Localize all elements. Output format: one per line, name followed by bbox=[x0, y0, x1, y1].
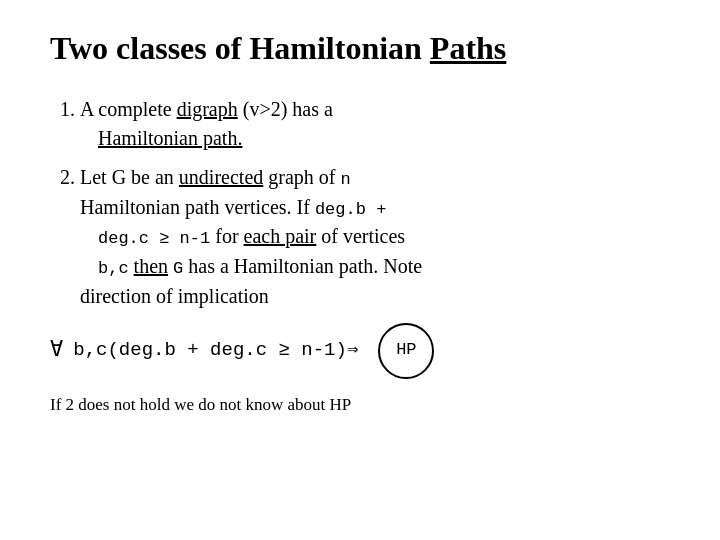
item2-degb: deg.b + bbox=[315, 200, 386, 219]
item2-has: has a Hamiltonian path. Note bbox=[183, 255, 422, 277]
slide-title: Two classes of Hamiltonian Paths bbox=[50, 30, 670, 67]
item1-hampath: Hamiltonian path. bbox=[98, 127, 242, 149]
item2-vertices-line: Hamiltonian path vertices. If bbox=[80, 196, 315, 218]
title-prefix: Two classes of Hamiltonian bbox=[50, 30, 430, 66]
item2-each-pair: each pair bbox=[244, 225, 317, 247]
item2-graph-of: graph of bbox=[263, 166, 340, 188]
formula-text: b,c(deg.b + deg.c ≥ n-1)⇒ bbox=[73, 337, 358, 365]
slide-content: A complete digraph (v>2) has a Hamiltoni… bbox=[50, 95, 670, 417]
item2-degc: deg.c ≥ n-1 bbox=[98, 229, 210, 248]
item2-let: Let G be an bbox=[80, 166, 179, 188]
item1-suffix: (v>2) has a bbox=[238, 98, 333, 120]
hp-circle: HP bbox=[378, 323, 434, 379]
item1-prefix: A complete bbox=[80, 98, 177, 120]
footer-note: If 2 does not hold we do not know about … bbox=[50, 393, 670, 418]
item2-direction: direction of implication bbox=[80, 285, 269, 307]
list-item-1: A complete digraph (v>2) has a Hamiltoni… bbox=[80, 95, 670, 153]
item2-block: Let G be an undirected graph of n Hamilt… bbox=[80, 163, 670, 311]
item2-g: G bbox=[173, 259, 183, 278]
item2-for: for bbox=[210, 225, 243, 247]
title-underlined: Paths bbox=[430, 30, 506, 66]
item2-bc: b,c bbox=[98, 259, 129, 278]
item2-of-vertices: of vertices bbox=[316, 225, 405, 247]
items-list: A complete digraph (v>2) has a Hamiltoni… bbox=[50, 95, 670, 311]
item1-digraph: digraph bbox=[177, 98, 238, 120]
item2-n: n bbox=[340, 170, 350, 189]
item2-then: then bbox=[134, 255, 168, 277]
list-item-2: Let G be an undirected graph of n Hamilt… bbox=[80, 163, 670, 311]
hp-label: HP bbox=[396, 338, 416, 363]
formula-line: ∀b,c(deg.b + deg.c ≥ n-1)⇒ HP bbox=[50, 323, 670, 379]
item2-undirected: undirected bbox=[179, 166, 263, 188]
forall-symbol: ∀ bbox=[50, 335, 63, 367]
slide: Two classes of Hamiltonian Paths A compl… bbox=[0, 0, 720, 540]
